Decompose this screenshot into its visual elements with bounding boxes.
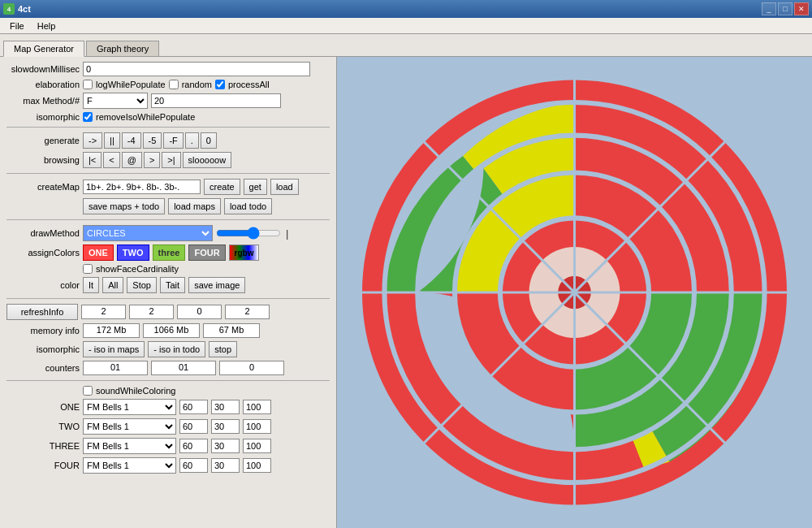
max-method-label: max Method/#: [6, 96, 80, 106]
refresh-val-2: 0: [177, 305, 222, 319]
browse-last-btn[interactable]: >|: [162, 152, 180, 168]
log-while-populate-checkbox[interactable]: [83, 80, 93, 89]
save-image-btn[interactable]: save image: [188, 277, 245, 293]
color-one-btn[interactable]: ONE: [83, 245, 114, 261]
maximize-button[interactable]: □: [778, 2, 793, 15]
refresh-row: refreshInfo 2 2 0 2: [6, 304, 330, 320]
color-it-btn[interactable]: It: [83, 277, 99, 293]
create-btn[interactable]: create: [204, 179, 240, 195]
sound-one-v1[interactable]: [179, 400, 208, 414]
left-panel: slowdownMillisec elaboration logWhilePop…: [0, 57, 337, 528]
isomorphic2-label: isomorphic: [6, 344, 80, 354]
menu-file[interactable]: File: [3, 19, 31, 32]
sound-two-select[interactable]: FM Bells 1: [83, 418, 176, 435]
sound-two-v3[interactable]: [243, 419, 271, 434]
iso-stop-btn[interactable]: stop: [209, 341, 237, 357]
browse-first-btn[interactable]: |<: [83, 152, 102, 168]
color-rgbw-btn[interactable]: rgbw: [229, 245, 260, 261]
max-method-num-input[interactable]: [151, 93, 281, 108]
show-face-cardinality-checkbox[interactable]: [83, 264, 93, 274]
sound-three-select[interactable]: FM Bells 1: [83, 438, 176, 454]
load-btn[interactable]: load: [270, 179, 299, 195]
sound-checkbox[interactable]: [83, 386, 93, 396]
tab-graph-theory[interactable]: Graph theory: [86, 41, 159, 56]
slowdown-row: slowdownMillisec: [6, 62, 330, 76]
minimize-button[interactable]: _: [762, 2, 776, 15]
random-label: random: [182, 80, 212, 89]
close-button[interactable]: ✕: [794, 2, 809, 15]
refresh-info-btn[interactable]: refreshInfo: [6, 304, 78, 320]
app-icon: 4: [3, 3, 15, 15]
log-while-populate-label: logWhilePopulate: [96, 80, 166, 89]
remove-iso-checkbox[interactable]: [83, 112, 93, 122]
canvas-area: [337, 57, 812, 528]
sound-four-v3[interactable]: [243, 458, 271, 473]
window-controls: _ □ ✕: [762, 2, 809, 15]
draw-slider[interactable]: [216, 227, 281, 239]
elaboration-label: elaboration: [6, 80, 80, 89]
sound-four-v1[interactable]: [179, 458, 208, 473]
generate-minus4-btn[interactable]: -4: [122, 132, 141, 149]
process-all-label: processAll: [228, 80, 270, 89]
create-map-input[interactable]: [83, 180, 201, 194]
sound-three-v3[interactable]: [243, 439, 271, 453]
color-row: color It All Stop Tait save image: [6, 277, 330, 293]
browse-prev-btn[interactable]: <: [103, 152, 119, 168]
browsing-row: browsing |< < @ > >| slooooow: [6, 152, 330, 168]
slowdown-label: slowdownMillisec: [6, 64, 80, 74]
slowdown-input[interactable]: [83, 62, 310, 76]
generate-arrow-btn[interactable]: ->: [83, 132, 102, 149]
create-map-label: createMap: [6, 182, 80, 192]
mem-val-0: 172 Mb: [83, 323, 140, 338]
memory-row: memory info 172 Mb 1066 Mb 67 Mb: [6, 323, 330, 338]
right-panel: [337, 57, 812, 528]
window-title: 4ct: [18, 4, 31, 14]
generate-dot-btn[interactable]: .: [185, 132, 199, 149]
save-maps-btn[interactable]: save maps + todo: [83, 198, 165, 214]
color-three-btn[interactable]: three: [153, 245, 186, 261]
load-maps-btn[interactable]: load maps: [168, 198, 221, 214]
title-bar: 4 4ct _ □ ✕: [0, 0, 812, 18]
browse-slow-btn[interactable]: slooooow: [183, 152, 231, 168]
sound-four-v2[interactable]: [211, 458, 240, 473]
color-four-btn[interactable]: FOUR: [188, 245, 225, 261]
sound-two-v2[interactable]: [211, 419, 240, 434]
process-all-checkbox[interactable]: [215, 80, 225, 89]
draw-method-select[interactable]: CIRCLES GRAPH MAP: [83, 225, 213, 241]
sound-four-select[interactable]: FM Bells 1: [83, 457, 176, 474]
sound-four-label: FOUR: [6, 461, 80, 470]
sound-one-v3[interactable]: [243, 400, 271, 414]
draw-method-label: drawMethod: [6, 228, 80, 238]
sound-four-row: FOUR FM Bells 1: [6, 457, 330, 474]
iso-in-todo-btn[interactable]: - iso in todo: [148, 341, 205, 357]
color-stop-btn[interactable]: Stop: [127, 277, 157, 293]
sound-three-label: THREE: [6, 441, 80, 451]
isomorphic2-row: isomorphic - iso in maps - iso in todo s…: [6, 341, 330, 357]
browse-next-btn[interactable]: >: [144, 152, 160, 168]
get-btn[interactable]: get: [244, 179, 267, 195]
max-method-select[interactable]: FABC: [83, 93, 148, 109]
sound-three-v1[interactable]: [179, 439, 208, 453]
random-checkbox[interactable]: [169, 80, 179, 89]
sound-two-row: TWO FM Bells 1: [6, 418, 330, 435]
assign-colors-row: assignColors ONE TWO three FOUR rgbw: [6, 245, 330, 261]
sound-three-v2[interactable]: [211, 439, 240, 453]
sound-one-select[interactable]: FM Bells 1: [83, 399, 176, 415]
color-two-btn[interactable]: TWO: [117, 245, 149, 261]
counters-row: counters 01 01 0: [6, 361, 330, 375]
generate-zero-btn[interactable]: 0: [201, 132, 217, 149]
color-tait-btn[interactable]: Tait: [160, 277, 185, 293]
load-todo-btn[interactable]: load todo: [224, 198, 272, 214]
menu-help[interactable]: Help: [31, 19, 63, 32]
generate-minus5-btn[interactable]: -5: [143, 132, 162, 149]
memory-label: memory info: [6, 326, 80, 335]
browse-at-btn[interactable]: @: [122, 152, 142, 168]
generate-minusF-btn[interactable]: -F: [163, 132, 183, 149]
tab-map-generator[interactable]: Map Generator: [3, 41, 84, 57]
face-cardinality-row: showFaceCardinality: [6, 264, 330, 274]
color-all-btn[interactable]: All: [102, 277, 123, 293]
sound-one-v2[interactable]: [211, 400, 240, 414]
sound-two-v1[interactable]: [179, 419, 208, 434]
iso-in-maps-btn[interactable]: - iso in maps: [83, 341, 145, 357]
generate-pause-btn[interactable]: ||: [104, 132, 120, 149]
